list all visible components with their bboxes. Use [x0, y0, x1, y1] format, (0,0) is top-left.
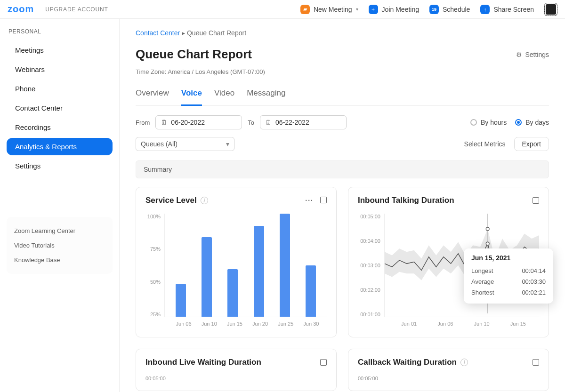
upload-icon: ↑ — [480, 5, 490, 14]
by-days-label: By days — [525, 119, 549, 126]
sidebar-item[interactable]: Recordings — [7, 119, 113, 136]
y-tick: 00:05:00 — [358, 376, 539, 381]
from-date-input[interactable]: 🗓 06-20-2022 — [155, 115, 242, 129]
calendar-icon: 19 — [429, 5, 439, 14]
y-tick: 00:05:00 — [145, 376, 327, 381]
y-tick: 00:05:00 — [358, 214, 380, 219]
x-tick: Jun 10 — [202, 321, 217, 327]
tooltip-shortest-label: Shortest — [471, 289, 494, 296]
zoom-logo: zoom — [8, 4, 34, 15]
sidebar-item[interactable]: Analytics & Reports — [7, 138, 113, 155]
sidebar-link[interactable]: Zoom Learning Center — [14, 224, 105, 238]
timezone-label: Time Zone: America / Los Angeles (GMT-07… — [136, 68, 549, 75]
share-screen-label: Share Screen — [493, 6, 534, 13]
y-tick: 00:02:00 — [358, 287, 380, 293]
upgrade-account-link[interactable]: UPGRADE ACCOUNT — [45, 6, 108, 13]
bar[interactable] — [202, 237, 212, 317]
expand-icon[interactable] — [320, 359, 327, 366]
card-title: Callback Waiting Duration — [358, 358, 457, 367]
callback-waiting-card: Callback Waiting Duration i 00:05:00 — [348, 349, 549, 391]
sidebar-item[interactable]: Settings — [7, 157, 113, 175]
x-tick: Jun 10 — [474, 321, 490, 327]
calendar-icon: 🗓 — [161, 119, 167, 126]
expand-icon[interactable] — [533, 197, 539, 204]
sidebar-item[interactable]: Webinars — [7, 61, 113, 78]
info-icon[interactable]: i — [460, 359, 468, 366]
service-level-card: Service Level i ··· 100%75%50%25% Jun 06… — [136, 187, 337, 337]
schedule-button[interactable]: 19 Schedule — [429, 5, 470, 14]
tooltip-average-value: 00:03:30 — [522, 278, 546, 285]
tooltip-shortest-value: 00:02:21 — [522, 289, 546, 296]
to-date-input[interactable]: 🗓 06-22-2022 — [260, 115, 347, 129]
chevron-down-icon: ▾ — [226, 140, 229, 148]
expand-icon[interactable] — [320, 197, 327, 203]
breadcrumb-sep: ▸ — [182, 29, 185, 37]
inbound-waiting-card: Inbound Live Waiting Duration 00:05:00 — [136, 349, 337, 391]
from-date-value: 06-20-2022 — [171, 119, 205, 126]
sidebar-item[interactable]: Contact Center — [7, 99, 113, 117]
tooltip-longest-label: Longest — [471, 267, 493, 274]
bar[interactable] — [176, 284, 186, 317]
x-tick: Jun 15 — [227, 321, 242, 327]
new-meeting-button[interactable]: ▰ New Meeting ▾ — [300, 5, 358, 14]
settings-button[interactable]: ⚙ Settings — [516, 51, 549, 58]
breadcrumb-root[interactable]: Contact Center — [136, 29, 180, 37]
tab[interactable]: Video — [214, 88, 234, 105]
card-title: Service Level — [145, 196, 197, 205]
video-icon: ▰ — [300, 5, 310, 14]
hover-point — [486, 242, 489, 245]
by-hours-label: By hours — [481, 119, 507, 126]
select-metrics-button[interactable]: Select Metrics — [464, 140, 506, 148]
from-label: From — [136, 119, 150, 126]
to-date-value: 06-22-2022 — [275, 119, 309, 126]
tab[interactable]: Voice — [181, 88, 202, 106]
calendar-icon: 🗓 — [265, 119, 272, 126]
radio-icon — [470, 119, 477, 126]
bar[interactable] — [280, 214, 290, 317]
y-tick: 00:03:00 — [358, 263, 380, 268]
new-meeting-label: New Meeting — [314, 6, 352, 13]
inbound-talking-card: Inbound Talking Duration 00:05:0000:04:0… — [348, 187, 549, 337]
summary-section: Summary — [136, 160, 549, 178]
more-icon[interactable]: ··· — [305, 197, 314, 204]
queues-value: Queues (All) — [141, 140, 178, 148]
sidebar-link[interactable]: Video Tutorials — [14, 238, 105, 253]
info-icon[interactable]: i — [201, 197, 208, 204]
join-meeting-button[interactable]: ＋ Join Meeting — [369, 5, 419, 14]
chevron-down-icon: ▾ — [356, 7, 358, 12]
page-title: Queue Chart Report — [136, 47, 252, 62]
card-title: Inbound Talking Duration — [358, 196, 454, 205]
share-screen-button[interactable]: ↑ Share Screen — [480, 5, 534, 14]
y-tick: 100% — [145, 214, 161, 219]
sidebar-item[interactable]: Phone — [7, 80, 113, 97]
radio-icon — [515, 119, 522, 126]
by-hours-radio[interactable]: By hours — [470, 119, 507, 126]
tooltip-longest-value: 00:04:14 — [522, 267, 546, 274]
queues-dropdown[interactable]: Queues (All) ▾ — [136, 137, 234, 151]
settings-label: Settings — [525, 51, 549, 58]
avatar[interactable] — [544, 3, 557, 16]
plus-icon: ＋ — [369, 5, 378, 14]
gear-icon: ⚙ — [516, 51, 522, 58]
x-tick: Jun 15 — [510, 321, 526, 327]
bar[interactable] — [306, 265, 316, 317]
tab[interactable]: Overview — [136, 88, 169, 105]
sidebar-link[interactable]: Knowledge Base — [14, 253, 105, 267]
y-tick: 00:04:00 — [358, 238, 380, 244]
x-tick: Jun 30 — [303, 321, 319, 327]
bar[interactable] — [227, 269, 238, 317]
export-button[interactable]: Export — [514, 137, 549, 151]
sidebar-item[interactable]: Meetings — [7, 41, 113, 59]
join-meeting-label: Join Meeting — [382, 6, 419, 13]
by-days-radio[interactable]: By days — [515, 119, 549, 126]
sidebar-heading: PERSONAL — [7, 28, 113, 35]
x-tick: Jun 20 — [252, 321, 268, 327]
y-tick: 00:01:00 — [358, 312, 380, 317]
tooltip-average-label: Average — [471, 278, 494, 285]
bar[interactable] — [254, 226, 264, 317]
x-tick: Jun 06 — [437, 321, 453, 327]
expand-icon[interactable] — [533, 359, 539, 366]
tab[interactable]: Messaging — [247, 88, 285, 105]
x-tick: Jun 25 — [278, 321, 293, 327]
card-title: Inbound Live Waiting Duration — [145, 358, 261, 367]
